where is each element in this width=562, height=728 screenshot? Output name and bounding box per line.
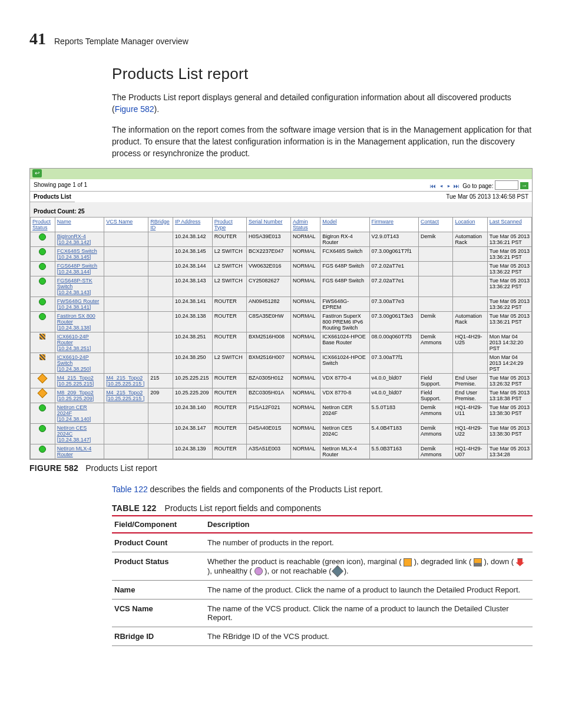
column-header[interactable]: Contact: [419, 217, 453, 232]
table-row: NetIron MLX-4 Router10.24.38.139ROUTERA3…: [31, 444, 532, 459]
column-header[interactable]: VCS Name: [104, 217, 148, 232]
nav-back-icon[interactable]: ↩: [32, 169, 42, 177]
product-count: Product Count: 25: [30, 202, 532, 217]
status-icon: [39, 313, 46, 320]
table-row: NetIron CES 2024C [10.24.38.147]10.24.38…: [31, 423, 532, 444]
col-desc: Description: [205, 516, 533, 533]
product-link[interactable]: FastIron SX 800 Router [10.24.38.138]: [55, 311, 104, 332]
column-header[interactable]: Product Status: [31, 217, 55, 232]
column-header[interactable]: Admin Status: [291, 217, 320, 232]
table-row: ICX6610-24P Router [10.24.38.251]10.24.3…: [31, 332, 532, 353]
table-row: FastIron SX 800 Router [10.24.38.138]10.…: [31, 311, 532, 332]
column-header[interactable]: Model: [320, 217, 369, 232]
product-link[interactable]: NetIron CES 2024C [10.24.38.147]: [55, 423, 104, 444]
table-row: M4_215_Topo2 [10.25.225.215]M4_215_Topo2…: [31, 373, 532, 388]
fields-table: Field/Component Description Product Coun…: [112, 516, 533, 646]
table-row: RBridge IDThe RBridge ID of the VCS prod…: [112, 627, 533, 646]
goto-page-go-icon[interactable]: →: [520, 182, 528, 189]
table-row: ICX6610-24P Switch [10.24.38.250]10.24.3…: [31, 353, 532, 373]
product-link[interactable]: M4_215_Topo2 [10.25.225.215 ]: [104, 388, 148, 403]
status-icon: [39, 334, 45, 340]
status-icon: [39, 354, 45, 360]
goto-page-input[interactable]: [495, 180, 518, 190]
degraded-link-icon: [474, 558, 482, 566]
status-icon: [39, 263, 46, 270]
status-icon: [39, 298, 46, 305]
products-list-screenshot: ↩ Showing page 1 of 1 ⏮ ◀ ▶ ⏭ Go to page…: [29, 168, 533, 460]
table-row: Product CountThe number of products in t…: [112, 533, 533, 552]
status-icon: [39, 278, 46, 285]
report-title: Products List: [30, 192, 75, 202]
status-icon: [39, 248, 46, 255]
status-icon: [39, 446, 46, 453]
unhealthy-icon: [254, 567, 263, 575]
product-link[interactable]: BigIronRX-4 [10.24.38.142]: [55, 232, 104, 246]
marginal-icon: [404, 558, 412, 566]
column-header[interactable]: IP Address: [173, 217, 212, 232]
product-link[interactable]: FCX648S Switch [10.24.38.145]: [55, 246, 104, 261]
product-link[interactable]: M4_215_Topo2 [10.25.225.215]: [55, 373, 104, 388]
chapter-title: Reports Template Manager overview: [54, 37, 189, 46]
table-caption: TABLE 122Products List report fields and…: [112, 503, 533, 513]
product-link[interactable]: FGS648P Switch [10.24.38.144]: [55, 261, 104, 276]
page-nav-icons[interactable]: ⏮ ◀ ▶ ⏭: [430, 182, 461, 189]
table-row: BigIronRX-4 [10.24.38.142]10.24.38.142RO…: [31, 232, 532, 246]
status-icon: [39, 425, 46, 432]
table-row: Product Status Whether the product is re…: [112, 552, 533, 580]
table-row: NameThe name of the product. Click the n…: [112, 581, 533, 599]
status-icon: [38, 373, 48, 383]
table-row: FGS648P Switch [10.24.38.144]10.24.38.14…: [31, 261, 532, 276]
page-header: 41 Reports Template Manager overview: [29, 29, 533, 48]
product-link[interactable]: ICX6610-24P Switch [10.24.38.250]: [55, 353, 104, 373]
table-row: M8_209_Topo2 [10.25.225.209]M4_215_Topo2…: [31, 388, 532, 403]
figure-caption: FIGURE 582Products List report: [29, 463, 533, 473]
status-icon: [38, 388, 48, 398]
product-link[interactable]: FGS648P-STK Switch [10.24.38.143]: [55, 276, 104, 297]
column-header[interactable]: Last Scanned: [487, 217, 531, 232]
paging-text: Showing page 1 of 1: [34, 182, 87, 188]
report-timestamp: Tue Mar 05 2013 13:46:58 PST: [442, 192, 532, 202]
column-header[interactable]: Serial Number: [247, 217, 291, 232]
status-icon: [39, 404, 46, 411]
column-header[interactable]: RBridge ID: [148, 217, 173, 232]
intro-paragraph-2: The information on the report comes from…: [112, 124, 533, 160]
table-row: FCX648S Switch [10.24.38.145]10.24.38.14…: [31, 246, 532, 261]
section-heading: Products List report: [112, 65, 533, 83]
column-header[interactable]: Name: [55, 217, 104, 232]
column-header[interactable]: Firmware: [369, 217, 418, 232]
goto-page-label: Go to page:: [462, 182, 493, 189]
col-field: Field/Component: [112, 516, 205, 533]
table-122-link[interactable]: Table 122: [112, 485, 148, 494]
column-header[interactable]: Product Type: [212, 217, 246, 232]
intro-paragraph-1: The Products List report displays genera…: [112, 91, 533, 116]
product-link[interactable]: M4_215_Topo2 [10.25.225.215 ]: [104, 373, 148, 388]
down-icon: [516, 558, 524, 566]
table-row: FGS648P-STK Switch [10.24.38.143]10.24.3…: [31, 276, 532, 297]
table-row: NetIron CER 2024F [10.24.38.140]10.24.38…: [31, 403, 532, 423]
product-link[interactable]: ICX6610-24P Router [10.24.38.251]: [55, 332, 104, 353]
product-link[interactable]: FWS648G Router [10.24.38.141]: [55, 297, 104, 311]
chapter-number: 41: [29, 29, 46, 48]
status-icon: [39, 233, 46, 241]
product-link[interactable]: M8_209_Topo2 [10.25.225.209]: [55, 388, 104, 403]
table-row: FWS648G Router [10.24.38.141]10.24.38.14…: [31, 297, 532, 311]
mid-paragraph: Table 122 describes the fields and compo…: [112, 483, 533, 495]
products-table: Product StatusNameVCS NameRBridge IDIP A…: [30, 217, 532, 459]
figure-582-link[interactable]: Figure 582: [115, 104, 154, 114]
column-header[interactable]: Location: [453, 217, 487, 232]
table-row: VCS NameThe name of the VCS product. Cli…: [112, 599, 533, 627]
product-link[interactable]: NetIron CER 2024F [10.24.38.140]: [55, 403, 104, 423]
product-link[interactable]: NetIron MLX-4 Router: [55, 444, 104, 459]
